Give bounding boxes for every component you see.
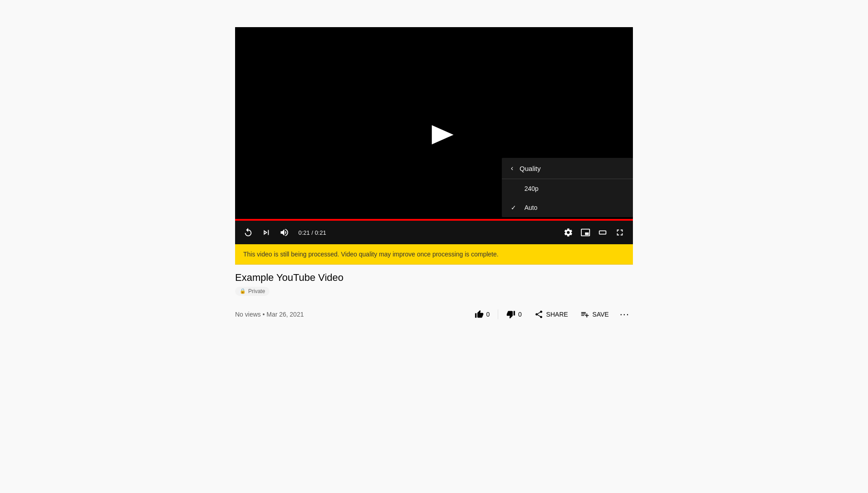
share-button[interactable]: SHARE [529,306,573,322]
video-stats: No views • Mar 26, 2021 [235,311,304,318]
miniplayer-button[interactable] [579,226,592,239]
thumbs-down-icon [506,310,515,319]
quality-option-auto[interactable]: ✓ Auto [502,198,633,217]
controls-left: 0:21 / 0:21 [241,226,561,239]
quality-menu-title: Quality [519,165,541,172]
theater-button[interactable] [596,226,609,239]
fullscreen-button[interactable] [613,226,627,239]
controls-right [561,226,627,239]
save-button[interactable]: SAVE [575,306,614,322]
quality-label-240p: 240p [524,185,538,192]
video-info: Example YouTube Video 🔒 Private No views… [235,265,633,331]
badge-label: Private [248,288,265,294]
controls-bar: 0:21 / 0:21 [235,221,633,244]
more-button[interactable]: ··· [616,305,633,324]
processing-banner: This video is still being processed. Vid… [235,244,633,265]
replay-button[interactable] [241,226,255,239]
thumbs-up-icon [475,310,484,319]
like-divider [498,309,498,319]
time-display: 0:21 / 0:21 [298,229,326,236]
like-button[interactable]: 0 [469,306,495,322]
save-icon [580,310,590,319]
settings-button[interactable] [561,226,575,239]
video-actions: 0 0 SHARE [469,305,633,324]
quality-menu: ‹ Quality 240p ✓ Auto [502,158,633,217]
volume-icon [279,228,289,237]
video-badge: 🔒 Private [235,287,269,296]
video-title: Example YouTube Video [235,272,633,284]
settings-icon [563,228,573,237]
share-label: SHARE [546,311,568,318]
check-icon-auto: ✓ [511,204,522,211]
dislike-button[interactable]: 0 [501,306,527,322]
like-count: 0 [486,311,490,318]
more-dots: ··· [620,308,629,320]
dislike-count: 0 [518,311,522,318]
video-meta-row: No views • Mar 26, 2021 0 0 [235,305,633,324]
right-arrow-icon [428,120,457,149]
share-icon [534,310,543,319]
fullscreen-icon [615,228,625,237]
save-label: SAVE [592,311,609,318]
quality-option-240p[interactable]: 240p [502,179,633,198]
svg-marker-0 [432,125,453,145]
arrow-overlay [428,120,457,151]
volume-button[interactable] [278,226,291,239]
processing-text: This video is still being processed. Vid… [243,251,499,258]
skip-button[interactable] [259,226,273,239]
miniplayer-icon [580,228,590,237]
skip-icon [261,228,271,237]
lock-icon: 🔒 [240,288,246,294]
replay-icon [243,228,253,237]
page-container: ‹ Quality 240p ✓ Auto [235,27,633,331]
back-arrow-icon: ‹ [511,164,513,172]
theater-icon [598,228,608,237]
quality-menu-header[interactable]: ‹ Quality [502,158,633,179]
quality-label-auto: Auto [524,204,538,211]
video-player: ‹ Quality 240p ✓ Auto [235,27,633,244]
